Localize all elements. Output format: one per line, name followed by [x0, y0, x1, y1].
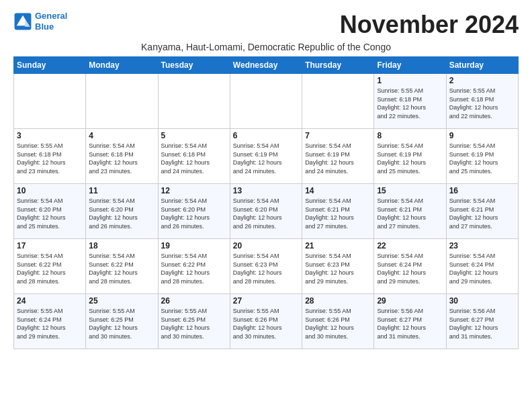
header-row: SundayMondayTuesdayWednesdayThursdayFrid… [14, 57, 519, 74]
day-info: Sunrise: 5:55 AM Sunset: 6:25 PM Dayligh… [161, 307, 227, 340]
day-number: 10 [17, 186, 83, 195]
day-number: 8 [377, 131, 443, 140]
calendar-cell: 15Sunrise: 5:54 AM Sunset: 6:21 PM Dayli… [374, 184, 446, 239]
subtitle: Kanyama, Haut-Lomami, Democratic Republi… [13, 42, 519, 52]
day-info: Sunrise: 5:55 AM Sunset: 6:18 PM Dayligh… [377, 87, 443, 120]
day-header-sunday: Sunday [14, 57, 86, 74]
calendar-cell: 17Sunrise: 5:54 AM Sunset: 6:22 PM Dayli… [14, 239, 86, 294]
day-number: 3 [17, 131, 83, 140]
calendar-cell [302, 74, 374, 129]
day-number: 27 [233, 296, 299, 306]
calendar-cell: 7Sunrise: 5:54 AM Sunset: 6:19 PM Daylig… [302, 129, 374, 184]
day-number: 17 [17, 241, 83, 250]
day-number: 30 [449, 296, 515, 306]
day-info: Sunrise: 5:55 AM Sunset: 6:18 PM Dayligh… [17, 142, 83, 175]
day-info: Sunrise: 5:54 AM Sunset: 6:20 PM Dayligh… [161, 197, 227, 230]
day-info: Sunrise: 5:54 AM Sunset: 6:18 PM Dayligh… [89, 142, 154, 175]
calendar-cell [158, 74, 230, 129]
month-title: November 2024 [340, 11, 519, 39]
logo: General Blue [13, 11, 67, 32]
calendar-cell: 30Sunrise: 5:56 AM Sunset: 6:27 PM Dayli… [446, 294, 518, 349]
day-info: Sunrise: 5:54 AM Sunset: 6:22 PM Dayligh… [161, 252, 227, 285]
calendar-cell [14, 74, 86, 129]
day-info: Sunrise: 5:55 AM Sunset: 6:26 PM Dayligh… [233, 307, 299, 340]
day-number: 7 [305, 131, 371, 140]
calendar-cell: 5Sunrise: 5:54 AM Sunset: 6:18 PM Daylig… [158, 129, 230, 184]
header-row: General Blue November 2024 [13, 11, 519, 39]
calendar-cell: 10Sunrise: 5:54 AM Sunset: 6:20 PM Dayli… [14, 184, 86, 239]
day-number: 12 [161, 186, 227, 195]
calendar-cell: 3Sunrise: 5:55 AM Sunset: 6:18 PM Daylig… [14, 129, 86, 184]
day-info: Sunrise: 5:54 AM Sunset: 6:23 PM Dayligh… [305, 252, 371, 285]
week-row-5: 24Sunrise: 5:55 AM Sunset: 6:24 PM Dayli… [14, 294, 519, 349]
day-info: Sunrise: 5:55 AM Sunset: 6:18 PM Dayligh… [449, 87, 515, 120]
day-number: 22 [377, 241, 443, 250]
week-row-4: 17Sunrise: 5:54 AM Sunset: 6:22 PM Dayli… [14, 239, 519, 294]
page: General Blue November 2024 Kanyama, Haut… [0, 0, 532, 356]
calendar-cell: 13Sunrise: 5:54 AM Sunset: 6:20 PM Dayli… [230, 184, 302, 239]
day-info: Sunrise: 5:55 AM Sunset: 6:25 PM Dayligh… [89, 307, 154, 340]
calendar-cell: 27Sunrise: 5:55 AM Sunset: 6:26 PM Dayli… [230, 294, 302, 349]
day-number: 13 [233, 186, 299, 195]
day-info: Sunrise: 5:54 AM Sunset: 6:19 PM Dayligh… [449, 142, 515, 175]
calendar-cell: 28Sunrise: 5:55 AM Sunset: 6:26 PM Dayli… [302, 294, 374, 349]
day-info: Sunrise: 5:54 AM Sunset: 6:20 PM Dayligh… [17, 197, 83, 230]
day-info: Sunrise: 5:55 AM Sunset: 6:26 PM Dayligh… [305, 307, 371, 340]
day-number: 20 [233, 241, 299, 250]
day-info: Sunrise: 5:54 AM Sunset: 6:22 PM Dayligh… [89, 252, 154, 285]
day-info: Sunrise: 5:54 AM Sunset: 6:18 PM Dayligh… [161, 142, 227, 175]
calendar-table: SundayMondayTuesdayWednesdayThursdayFrid… [13, 56, 519, 349]
day-number: 15 [377, 186, 443, 195]
calendar-cell: 26Sunrise: 5:55 AM Sunset: 6:25 PM Dayli… [158, 294, 230, 349]
logo-icon [13, 12, 32, 31]
calendar-cell: 25Sunrise: 5:55 AM Sunset: 6:25 PM Dayli… [86, 294, 158, 349]
day-info: Sunrise: 5:54 AM Sunset: 6:20 PM Dayligh… [233, 197, 299, 230]
day-header-thursday: Thursday [302, 57, 374, 74]
day-header-saturday: Saturday [446, 57, 518, 74]
day-number: 1 [377, 76, 443, 85]
calendar-cell: 29Sunrise: 5:56 AM Sunset: 6:27 PM Dayli… [374, 294, 446, 349]
calendar-cell: 11Sunrise: 5:54 AM Sunset: 6:20 PM Dayli… [86, 184, 158, 239]
day-info: Sunrise: 5:56 AM Sunset: 6:27 PM Dayligh… [449, 307, 515, 340]
day-info: Sunrise: 5:55 AM Sunset: 6:24 PM Dayligh… [17, 307, 83, 340]
day-header-tuesday: Tuesday [158, 57, 230, 74]
logo-line1: General [35, 11, 67, 21]
day-number: 16 [449, 186, 515, 195]
calendar-cell: 6Sunrise: 5:54 AM Sunset: 6:19 PM Daylig… [230, 129, 302, 184]
day-info: Sunrise: 5:54 AM Sunset: 6:21 PM Dayligh… [377, 197, 443, 230]
calendar-cell: 20Sunrise: 5:54 AM Sunset: 6:23 PM Dayli… [230, 239, 302, 294]
calendar-cell [86, 74, 158, 129]
calendar-cell: 4Sunrise: 5:54 AM Sunset: 6:18 PM Daylig… [86, 129, 158, 184]
calendar-cell: 16Sunrise: 5:54 AM Sunset: 6:21 PM Dayli… [446, 184, 518, 239]
day-number: 24 [17, 296, 83, 306]
day-number: 11 [89, 186, 154, 195]
day-info: Sunrise: 5:54 AM Sunset: 6:19 PM Dayligh… [305, 142, 371, 175]
day-number: 28 [305, 296, 371, 306]
day-number: 29 [377, 296, 443, 306]
day-header-wednesday: Wednesday [230, 57, 302, 74]
calendar-cell: 21Sunrise: 5:54 AM Sunset: 6:23 PM Dayli… [302, 239, 374, 294]
day-info: Sunrise: 5:54 AM Sunset: 6:24 PM Dayligh… [449, 252, 515, 285]
day-number: 26 [161, 296, 227, 306]
calendar-cell: 8Sunrise: 5:54 AM Sunset: 6:19 PM Daylig… [374, 129, 446, 184]
day-info: Sunrise: 5:54 AM Sunset: 6:20 PM Dayligh… [89, 197, 154, 230]
week-row-3: 10Sunrise: 5:54 AM Sunset: 6:20 PM Dayli… [14, 184, 519, 239]
calendar-cell [230, 74, 302, 129]
calendar-cell: 19Sunrise: 5:54 AM Sunset: 6:22 PM Dayli… [158, 239, 230, 294]
logo-line2: Blue [35, 21, 54, 32]
calendar-cell: 22Sunrise: 5:54 AM Sunset: 6:24 PM Dayli… [374, 239, 446, 294]
week-row-1: 1Sunrise: 5:55 AM Sunset: 6:18 PM Daylig… [14, 74, 519, 129]
logo-text: General Blue [35, 11, 67, 32]
calendar-cell: 14Sunrise: 5:54 AM Sunset: 6:21 PM Dayli… [302, 184, 374, 239]
day-info: Sunrise: 5:54 AM Sunset: 6:19 PM Dayligh… [377, 142, 443, 175]
day-number: 25 [89, 296, 154, 306]
day-number: 5 [161, 131, 227, 140]
day-info: Sunrise: 5:56 AM Sunset: 6:27 PM Dayligh… [377, 307, 443, 340]
day-number: 4 [89, 131, 154, 140]
day-number: 21 [305, 241, 371, 250]
day-number: 2 [449, 76, 515, 85]
day-info: Sunrise: 5:54 AM Sunset: 6:24 PM Dayligh… [377, 252, 443, 285]
day-number: 18 [89, 241, 154, 250]
day-info: Sunrise: 5:54 AM Sunset: 6:22 PM Dayligh… [17, 252, 83, 285]
week-row-2: 3Sunrise: 5:55 AM Sunset: 6:18 PM Daylig… [14, 129, 519, 184]
